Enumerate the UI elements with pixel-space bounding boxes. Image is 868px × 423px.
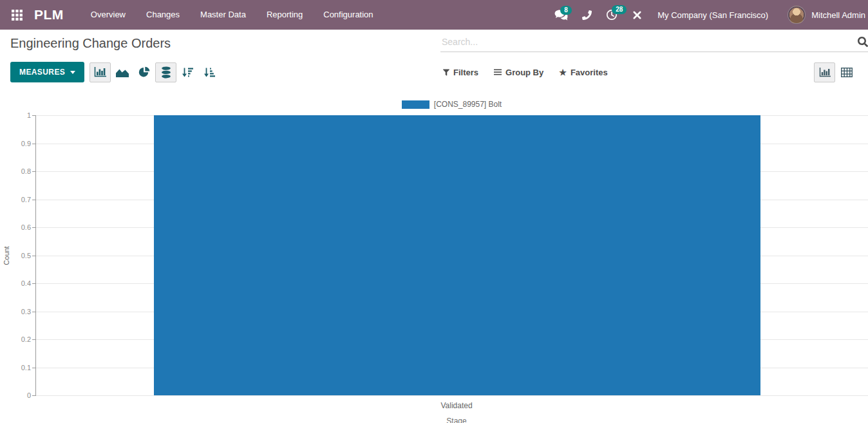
pie-chart-mode-button[interactable] — [133, 62, 155, 82]
activities-button[interactable]: 28 — [599, 4, 625, 26]
legend-swatch — [402, 100, 429, 109]
top-nav: PLM Overview Changes Master Data Reporti… — [0, 0, 868, 30]
area-chart-icon — [116, 68, 129, 77]
y-tick-mark — [32, 200, 36, 200]
chart-type-switcher — [90, 62, 221, 82]
stacked-database-icon — [161, 66, 171, 79]
y-axis-title-column: Count — [0, 115, 13, 395]
nav-item-configuration[interactable]: Configuration — [313, 0, 383, 30]
y-tick-label: 0.5 — [21, 252, 31, 259]
pivot-view-button[interactable] — [836, 62, 857, 82]
y-tick-label: 0.3 — [21, 308, 31, 315]
measures-label: MEASURES — [19, 68, 65, 77]
plot-area — [35, 115, 868, 395]
y-tick-mark — [32, 339, 36, 340]
view-switcher — [814, 62, 858, 82]
user-name: Mitchell Admin — [811, 10, 865, 20]
messages-badge: 8 — [560, 6, 572, 15]
stacked-toggle-button[interactable] — [155, 62, 176, 82]
legend-label: [CONS_89957] Bolt — [434, 100, 502, 109]
line-chart-mode-button[interactable] — [111, 62, 133, 82]
apps-grid-button[interactable] — [8, 6, 26, 24]
chart-legend: [CONS_89957] Bolt — [35, 99, 868, 109]
group-by-label: Group By — [505, 68, 543, 77]
sort-descending-icon — [182, 68, 193, 77]
search-icon[interactable] — [858, 37, 868, 50]
measures-button[interactable]: MEASURES — [10, 62, 84, 82]
y-tick-label: 1 — [27, 111, 31, 119]
y-tick-label: 0.7 — [21, 196, 31, 203]
page-title: Engineering Change Orders — [10, 36, 171, 51]
nav-item-master-data[interactable]: Master Data — [190, 0, 256, 30]
star-icon: ★ — [559, 68, 567, 77]
favorites-label: Favorites — [571, 68, 608, 77]
search-input[interactable] — [440, 35, 868, 52]
y-tick-label: 0.9 — [21, 140, 31, 147]
nav-item-reporting[interactable]: Reporting — [256, 0, 313, 30]
company-switcher[interactable]: My Company (San Francisco) — [657, 10, 768, 20]
search-options: Filters Group By ★ Favorites — [443, 68, 623, 77]
y-tick-mark — [32, 368, 36, 368]
filters-label: Filters — [453, 68, 478, 77]
graph-view-icon — [819, 68, 831, 77]
y-tick-mark — [32, 312, 36, 312]
bar-chart-mode-button[interactable] — [90, 62, 111, 82]
sort-ascending-icon — [204, 68, 215, 77]
group-by-icon — [494, 69, 502, 75]
y-tick-label: 0.6 — [21, 223, 31, 231]
sort-descending-button[interactable] — [177, 62, 198, 82]
nav-item-overview[interactable]: Overview — [80, 0, 136, 30]
y-tick-label: 0 — [27, 391, 31, 399]
search-box — [440, 35, 868, 52]
y-tick-mark — [32, 256, 36, 256]
y-tick-mark — [32, 115, 36, 116]
sort-ascending-button[interactable] — [199, 62, 220, 82]
x-axis-title: Stage — [446, 417, 466, 423]
x-axis: Validated Stage — [35, 395, 868, 423]
bar-chart: [CONS_89957] Bolt Count 00.10.20.30.40.5… — [0, 91, 868, 423]
filter-funnel-icon — [443, 69, 449, 76]
x-tick-validated: Validated — [440, 401, 472, 410]
tools-icon — [632, 10, 643, 21]
y-tick-mark — [32, 283, 36, 284]
bar-chart-icon — [94, 67, 106, 77]
y-tick-label: 0.1 — [21, 364, 31, 371]
plot-row: Count 00.10.20.30.40.50.60.70.80.91 — [0, 115, 868, 395]
y-axis-title: Count — [3, 246, 10, 265]
app-brand: PLM — [34, 7, 64, 23]
y-tick-label: 0.2 — [21, 335, 31, 343]
toolbar: MEASURES — [0, 57, 868, 91]
y-tick-label: 0.4 — [21, 279, 31, 287]
phone-button[interactable] — [575, 5, 599, 25]
filters-button[interactable]: Filters — [443, 68, 478, 77]
chevron-down-icon — [70, 71, 75, 74]
bar-validated[interactable] — [154, 115, 760, 395]
y-tick-mark — [32, 171, 36, 172]
user-menu[interactable]: Mitchell Admin — [781, 0, 868, 30]
y-tick-mark — [32, 227, 36, 228]
graph-view-button[interactable] — [814, 62, 835, 82]
group-by-button[interactable]: Group By — [494, 68, 543, 77]
pivot-view-icon — [841, 68, 853, 77]
user-avatar — [788, 6, 806, 24]
apps-grid-icon — [12, 10, 23, 21]
y-tick-mark — [32, 144, 36, 144]
nav-item-changes[interactable]: Changes — [136, 0, 190, 30]
pie-chart-icon — [138, 66, 150, 78]
control-panel: Engineering Change Orders — [0, 30, 868, 57]
phone-icon — [582, 10, 592, 20]
messages-button[interactable]: 8 — [547, 5, 575, 26]
tools-button[interactable] — [625, 5, 650, 26]
nav-right: 8 28 My Company (San Francisco) Mitchell… — [547, 0, 868, 30]
y-tick-label: 0.8 — [21, 167, 31, 175]
favorites-button[interactable]: ★ Favorites — [559, 68, 607, 77]
nav-menu: Overview Changes Master Data Reporting C… — [80, 0, 384, 30]
